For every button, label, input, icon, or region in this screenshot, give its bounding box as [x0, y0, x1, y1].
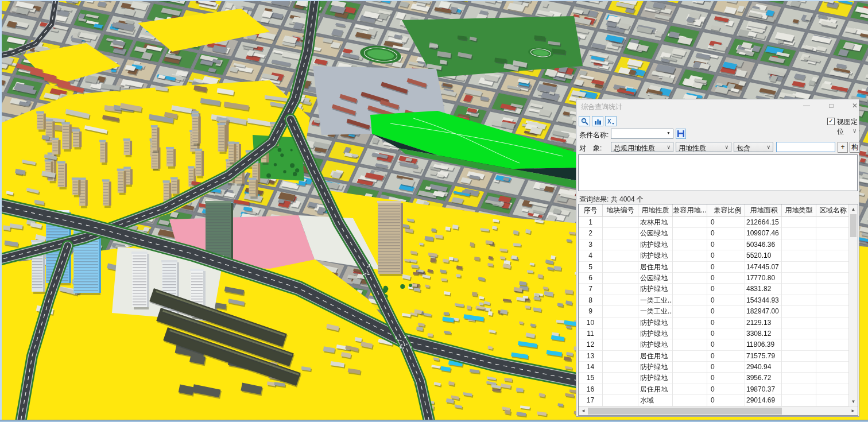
filter-value-input[interactable] [776, 142, 835, 152]
table-cell [816, 373, 850, 384]
application-window: 综合查询统计 — □ ✕ X ✓ 视图定位 ∨ 条件名称: [0, 0, 868, 422]
table-cell [603, 318, 638, 328]
table-cell: 17770.80 [745, 273, 782, 284]
table-cell: 防护绿地 [638, 373, 673, 384]
table-row[interactable]: 13居住用地071575.79 [579, 351, 850, 362]
column-header[interactable]: 地块编号 [603, 204, 638, 217]
table-row[interactable]: 2公园绿地0109907.46 [579, 228, 850, 239]
table-row[interactable]: 12防护绿地011806.39 [579, 339, 850, 350]
column-header[interactable]: 兼容用地... [673, 204, 707, 217]
object-type-dropdown[interactable]: 总规用地性质 ∨ [611, 142, 673, 152]
table-row[interactable]: 11防护绿地03308.12 [579, 328, 850, 339]
table-cell [782, 328, 816, 339]
chevron-down-icon: ∨ [666, 144, 671, 150]
table-cell: 50346.36 [745, 239, 782, 250]
table-row[interactable]: 9一类工业...0182947.00 [579, 306, 850, 317]
build-query-button[interactable]: 构 [850, 142, 860, 153]
table-cell: 0 [707, 295, 745, 306]
results-table: 序号地块编号用地性质兼容用地...兼容比例用地面积用地类型区域名称 1农林用地0… [578, 204, 858, 416]
table-cell [673, 351, 707, 362]
table-cell [782, 284, 816, 295]
table-row[interactable]: 10防护绿地02129.13 [579, 318, 850, 328]
scroll-down-icon[interactable]: ▼ [849, 397, 858, 406]
scroll-right-icon[interactable]: ► [849, 407, 857, 415]
query-button[interactable] [579, 116, 590, 126]
horizontal-scrollbar[interactable]: ◄ ► [579, 406, 858, 415]
table-cell [673, 284, 707, 295]
scroll-left-icon[interactable]: ◄ [579, 407, 587, 415]
table-row[interactable]: 1农林用地0212664.15 [579, 217, 850, 228]
column-header[interactable]: 用地面积 [745, 204, 782, 217]
horizontal-scroll-thumb[interactable] [588, 408, 782, 415]
table-cell [782, 384, 816, 395]
table-cell: 17 [579, 395, 603, 406]
table-cell [603, 339, 638, 350]
table-cell [603, 384, 638, 395]
export-excel-button[interactable]: X [605, 116, 617, 126]
table-row[interactable]: 3防护绿地050346.36 [579, 239, 850, 250]
operator-dropdown[interactable]: 包含 ∨ [734, 142, 773, 152]
table-cell [816, 295, 850, 306]
table-cell [782, 239, 816, 250]
table-cell [603, 284, 638, 295]
table-cell: 11806.39 [745, 339, 782, 350]
table-cell: 公园绿地 [638, 228, 673, 239]
table-row[interactable]: 5居住用地0147445.07 [579, 262, 850, 273]
statistics-button[interactable] [592, 116, 603, 126]
table-row[interactable]: 15防护绿地03956.72 [579, 373, 850, 384]
vertical-scrollbar[interactable]: ▲ ▼ [848, 204, 858, 406]
table-cell [673, 262, 707, 273]
table-row[interactable]: 4防护绿地05520.10 [579, 250, 850, 261]
maximize-button[interactable]: □ [825, 100, 838, 111]
column-header[interactable]: 用地性质 [638, 204, 673, 217]
column-header[interactable]: 兼容比例 [707, 204, 745, 217]
table-cell: 0 [707, 328, 745, 339]
table-cell [782, 362, 816, 373]
condition-list-box[interactable] [578, 154, 858, 191]
minimize-button[interactable]: — [800, 100, 813, 111]
vertical-scroll-thumb[interactable] [850, 214, 857, 237]
table-cell [673, 328, 707, 339]
table-cell: 15 [579, 373, 603, 384]
table-cell [603, 395, 638, 406]
table-cell [603, 362, 638, 373]
table-cell [782, 228, 816, 239]
table-row[interactable]: 6公园绿地017770.80 [579, 273, 850, 284]
table-cell: 0 [707, 362, 745, 373]
attribute-dropdown[interactable]: 用地性质 ∨ [676, 142, 731, 152]
table-cell: 水域 [638, 395, 673, 406]
table-cell [816, 362, 850, 373]
floppy-disk-icon [676, 130, 685, 137]
table-row[interactable]: 8一类工业...0154344.93 [579, 295, 850, 306]
table-cell: 0 [707, 239, 745, 250]
table-cell: 4831.82 [745, 284, 782, 295]
table-cell [782, 217, 816, 228]
save-condition-button[interactable] [676, 129, 686, 139]
table-cell [782, 351, 816, 362]
table-row[interactable]: 16居住用地019870.37 [579, 384, 850, 395]
table-row[interactable]: 14防护绿地02940.94 [579, 362, 850, 373]
table-row[interactable]: 7防护绿地04831.82 [579, 284, 850, 295]
column-header[interactable]: 区域名称 [816, 204, 850, 217]
panel-titlebar[interactable]: 综合查询统计 — □ ✕ [576, 99, 859, 113]
table-cell: 防护绿地 [638, 318, 673, 328]
table-cell [816, 262, 850, 273]
table-cell: 11 [579, 328, 603, 339]
condition-name-combobox[interactable]: ▼ [611, 129, 673, 139]
table-row[interactable]: 17水域029014.69 [579, 395, 850, 406]
table-cell: 居住用地 [638, 262, 673, 273]
table-cell: 0 [707, 217, 745, 228]
column-header[interactable]: 用地类型 [782, 204, 816, 217]
column-header[interactable]: 序号 [579, 204, 603, 217]
add-condition-button[interactable]: + [838, 142, 848, 153]
collapse-chevron-icon[interactable]: ∨ [852, 127, 857, 134]
table-cell [816, 318, 850, 328]
table-cell [816, 384, 850, 395]
table-cell [673, 373, 707, 384]
close-button[interactable]: ✕ [848, 100, 861, 111]
table-cell: 2129.13 [745, 318, 782, 328]
table-cell: 8 [579, 295, 603, 306]
scroll-up-icon[interactable]: ▲ [849, 205, 858, 214]
table-cell: 10 [579, 318, 603, 328]
view-locate-checkbox[interactable]: ✓ [827, 118, 835, 125]
